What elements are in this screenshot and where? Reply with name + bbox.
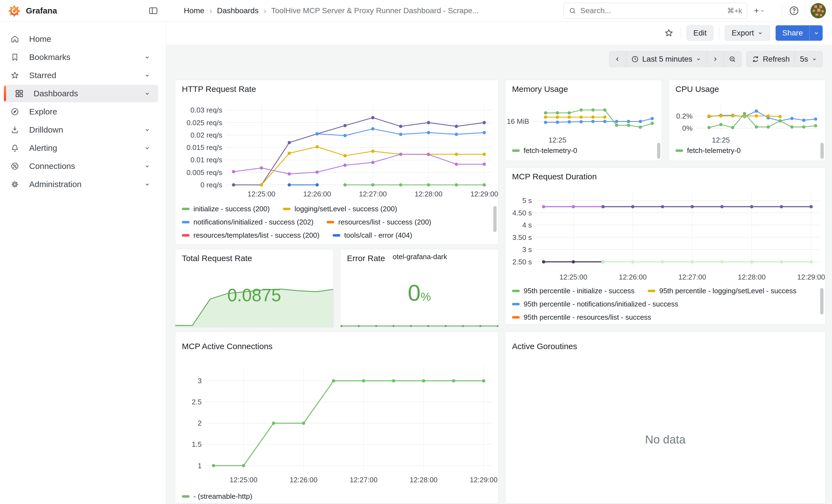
- legend-row: 95th percentile - initialize - success95…: [512, 286, 818, 295]
- search-shortcut: ⌘+k: [727, 7, 742, 15]
- breadcrumb-separator: ›: [209, 6, 212, 16]
- legend-swatch-icon: [648, 290, 655, 292]
- chevron-down-icon[interactable]: [144, 145, 151, 151]
- legend-item[interactable]: tools/call - error (404): [333, 231, 412, 240]
- search-bar[interactable]: ⌘+k: [564, 3, 747, 19]
- svg-text:0.01 req/s: 0.01 req/s: [190, 156, 222, 164]
- search-input[interactable]: [580, 6, 727, 15]
- legend-swatch-icon: [283, 208, 290, 210]
- sidebar-item-starred[interactable]: Starred: [4, 67, 158, 84]
- legend-scrollbar[interactable]: [821, 143, 824, 159]
- chevron-down-icon[interactable]: [144, 181, 151, 188]
- time-shift-forward-button[interactable]: [706, 51, 723, 67]
- chevron-down-icon[interactable]: [144, 54, 151, 60]
- chart-legend: - (streamable-http): [182, 492, 493, 503]
- search-icon: [569, 7, 576, 15]
- time-controls: Last 5 minutes Refresh 5s: [609, 51, 823, 67]
- legend-item[interactable]: resources/templates/list - success (200): [182, 231, 319, 240]
- breadcrumb-home[interactable]: Home: [184, 6, 204, 15]
- sidebar-item-home[interactable]: Home: [4, 30, 158, 48]
- chevron-down-icon: [760, 8, 765, 14]
- svg-text:12:27:00: 12:27:00: [350, 476, 378, 484]
- help-button[interactable]: [788, 5, 800, 17]
- time-range-picker[interactable]: Last 5 minutes: [626, 51, 706, 67]
- legend-item[interactable]: fetch-telemetry-0: [675, 147, 740, 155]
- favorite-star-button[interactable]: [662, 27, 675, 39]
- svg-text:4 s: 4 s: [522, 221, 532, 229]
- user-avatar[interactable]: [810, 3, 826, 19]
- legend-label: notifications/initialized - success (202…: [193, 218, 313, 227]
- svg-text:2.50 s: 2.50 s: [512, 258, 532, 266]
- chart-legend: fetch-telemetry-0: [512, 146, 656, 159]
- mcp-request-duration-chart[interactable]: 5 s4.50 s4 s3.50 s3 s2.50 s12:25:0012:26…: [505, 167, 825, 285]
- panel-title[interactable]: Active Goroutines: [512, 342, 577, 351]
- drilldown-icon: [10, 126, 19, 134]
- memory-usage-chart[interactable]: 16 MiB12:25: [505, 80, 662, 145]
- legend-swatch-icon: [182, 495, 189, 498]
- sidebar-item-label: Explore: [29, 107, 158, 116]
- legend-item[interactable]: 95th percentile - notifications/initiali…: [512, 300, 678, 309]
- legend-item[interactable]: notifications/initialized - success (202…: [182, 218, 313, 227]
- sidebar-item-bookmarks[interactable]: Bookmarks: [4, 48, 158, 66]
- refresh-interval-picker[interactable]: 5s: [795, 51, 822, 67]
- edit-button[interactable]: Edit: [686, 25, 713, 41]
- legend-scrollbar[interactable]: [657, 143, 660, 159]
- http-request-rate-chart[interactable]: 0 req/s0.005 req/s0.01 req/s0.015 req/s0…: [175, 80, 498, 204]
- share-menu-button[interactable]: [809, 25, 823, 41]
- legend-row: fetch-telemetry-0: [512, 146, 656, 155]
- chevron-down-icon[interactable]: [144, 127, 151, 133]
- zoom-out-button[interactable]: [723, 51, 741, 67]
- legend-item[interactable]: logging/setLevel - success (200): [283, 205, 397, 213]
- legend-scrollbar[interactable]: [820, 288, 824, 314]
- legend-scrollbar[interactable]: [493, 206, 497, 232]
- collapse-sidebar-icon[interactable]: [149, 6, 158, 16]
- legend-item[interactable]: initialize - success (200): [182, 205, 270, 213]
- legend-swatch-icon: [327, 221, 334, 223]
- time-shift-back-button[interactable]: [609, 51, 626, 67]
- panel-total-request-rate: Total Request Rate 0.0875: [175, 249, 334, 327]
- chevron-down-icon[interactable]: [144, 72, 151, 79]
- cpu-usage-chart[interactable]: 0.2%0%12:25: [669, 80, 825, 145]
- add-button[interactable]: [753, 5, 765, 17]
- legend-item[interactable]: - (streamable-http): [182, 492, 252, 501]
- svg-text:12:26:00: 12:26:00: [303, 190, 331, 198]
- no-data-message: No data: [505, 433, 825, 446]
- sidebar-item-explore[interactable]: Explore: [4, 103, 158, 121]
- connections-icon: [10, 162, 19, 170]
- sidebar-item-label: Starred: [29, 71, 144, 80]
- time-range-group: Last 5 minutes: [609, 51, 742, 67]
- refresh-button[interactable]: Refresh: [747, 51, 795, 67]
- chevron-down-icon[interactable]: [144, 90, 151, 97]
- legend-item[interactable]: 95th percentile - resources/list - succe…: [512, 313, 651, 322]
- legend-item[interactable]: 95th percentile - logging/setLevel - suc…: [648, 287, 797, 295]
- chevron-down-icon[interactable]: [144, 163, 151, 169]
- legend-swatch-icon: [182, 208, 189, 210]
- share-button[interactable]: Share: [776, 25, 809, 41]
- sidebar-item-dashboards[interactable]: Dashboards: [4, 85, 158, 102]
- time-range-label: Last 5 minutes: [642, 55, 692, 63]
- toolbar-divider: [719, 27, 719, 39]
- sidebar-item-alerting[interactable]: Alerting: [4, 139, 158, 157]
- mcp-active-connections-chart[interactable]: 32.521.5112:25:0012:26:0012:27:0012:28:0…: [175, 332, 498, 491]
- legend-item[interactable]: 95th percentile - initialize - success: [512, 287, 634, 295]
- plus-icon: [753, 6, 760, 15]
- breadcrumb-dashboards[interactable]: Dashboards: [217, 6, 259, 15]
- svg-text:12:29:00: 12:29:00: [470, 476, 497, 484]
- sidebar-item-drilldown[interactable]: Drilldown: [4, 121, 158, 139]
- stat-value: 0.0875: [175, 285, 333, 306]
- legend-label: 95th percentile - notifications/initiali…: [524, 300, 678, 309]
- sidebar-item-administration[interactable]: Administration: [4, 176, 158, 193]
- svg-text:0%: 0%: [682, 124, 693, 132]
- svg-text:0.005 req/s: 0.005 req/s: [186, 168, 222, 177]
- panel-mcp-active-connections: MCP Active Connections 32.521.5112:25:00…: [175, 331, 498, 503]
- panel-mcp-request-duration: MCP Request Duration 5 s4.50 s4 s3.50 s3…: [505, 167, 825, 325]
- legend-row: 95th percentile - resources/list - succe…: [512, 313, 818, 322]
- legend-item[interactable]: resources/list - success (200): [327, 218, 431, 227]
- export-button[interactable]: Export: [725, 25, 770, 41]
- legend-swatch-icon: [333, 234, 340, 237]
- share-split-button: Share: [776, 25, 823, 41]
- legend-item[interactable]: fetch-telemetry-0: [512, 147, 577, 155]
- grafana-logo-icon[interactable]: [8, 4, 21, 17]
- sidebar-item-connections[interactable]: Connections: [4, 157, 158, 175]
- svg-text:3 s: 3 s: [522, 245, 532, 254]
